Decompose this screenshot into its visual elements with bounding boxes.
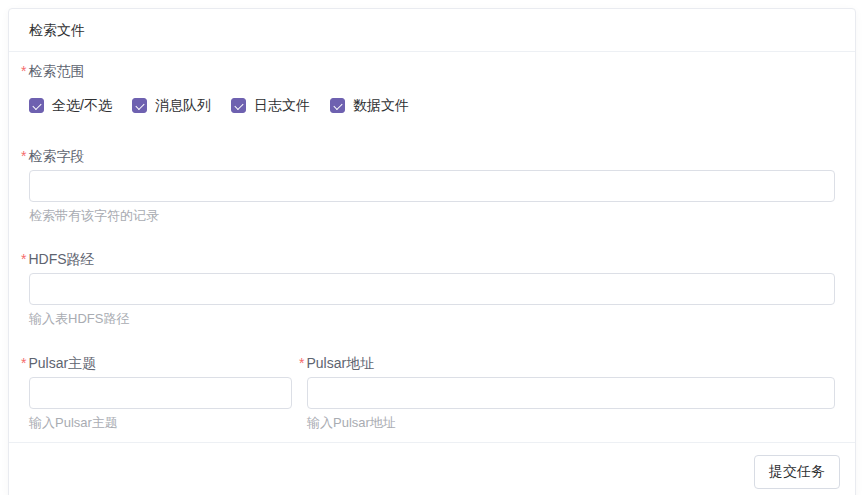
submit-task-button[interactable]: 提交任务 — [754, 455, 840, 489]
required-asterisk: * — [299, 354, 304, 373]
pulsar-topic-input[interactable] — [29, 377, 292, 409]
card-title: 检索文件 — [9, 9, 855, 52]
form-item-scope: * 检索范围 全选/不选 消息队列 日志文件 数据文件 — [29, 62, 835, 115]
checkbox-label: 日志文件 — [254, 96, 310, 115]
search-field-label-text: 检索字段 — [28, 147, 84, 166]
form-item-hdfs-path: * HDFS路经 输入表HDFS路径 — [29, 250, 835, 328]
form-item-search-field: * 检索字段 检索带有该字符的记录 — [29, 147, 835, 225]
retrieve-files-card: 检索文件 * 检索范围 全选/不选 消息队列 日志文件 — [8, 8, 856, 495]
scope-label-text: 检索范围 — [28, 62, 84, 81]
checkbox-icon[interactable] — [231, 98, 246, 113]
search-field-help: 检索带有该字符的记录 — [29, 207, 835, 225]
scope-label: * 检索范围 — [21, 62, 835, 81]
checkbox-select-all[interactable]: 全选/不选 — [29, 96, 112, 115]
required-asterisk: * — [21, 250, 26, 269]
checkbox-icon[interactable] — [29, 98, 44, 113]
checkbox-label: 消息队列 — [155, 96, 211, 115]
pulsar-topic-help: 输入Pulsar主题 — [29, 414, 292, 432]
checkbox-label: 数据文件 — [353, 96, 409, 115]
pulsar-address-label-text: Pulsar地址 — [306, 354, 374, 373]
pulsar-topic-label-text: Pulsar主题 — [28, 354, 96, 373]
checkbox-icon[interactable] — [132, 98, 147, 113]
form-item-pulsar-topic: * Pulsar主题 输入Pulsar主题 — [29, 354, 292, 432]
form: * 检索范围 全选/不选 消息队列 日志文件 数据文件 — [9, 52, 855, 432]
hdfs-path-help: 输入表HDFS路径 — [29, 310, 835, 328]
pulsar-address-input[interactable] — [307, 377, 835, 409]
required-asterisk: * — [21, 147, 26, 166]
pulsar-topic-label: * Pulsar主题 — [21, 354, 292, 373]
required-asterisk: * — [21, 62, 26, 81]
card-footer: 提交任务 — [9, 442, 855, 495]
checkbox-data-file[interactable]: 数据文件 — [330, 96, 409, 115]
pulsar-row: * Pulsar主题 输入Pulsar主题 * Pulsar地址 输入Pulsa… — [29, 354, 835, 432]
search-field-label: * 检索字段 — [21, 147, 835, 166]
form-item-pulsar-address: * Pulsar地址 输入Pulsar地址 — [307, 354, 835, 432]
hdfs-path-label: * HDFS路经 — [21, 250, 835, 269]
hdfs-path-input[interactable] — [29, 273, 835, 305]
scope-checkbox-group: 全选/不选 消息队列 日志文件 数据文件 — [29, 96, 835, 115]
search-field-input[interactable] — [29, 170, 835, 202]
checkbox-message-queue[interactable]: 消息队列 — [132, 96, 211, 115]
hdfs-path-label-text: HDFS路经 — [28, 250, 94, 269]
checkbox-log-file[interactable]: 日志文件 — [231, 96, 310, 115]
checkbox-icon[interactable] — [330, 98, 345, 113]
pulsar-address-label: * Pulsar地址 — [299, 354, 835, 373]
checkbox-label: 全选/不选 — [52, 96, 112, 115]
pulsar-address-help: 输入Pulsar地址 — [307, 414, 835, 432]
required-asterisk: * — [21, 354, 26, 373]
